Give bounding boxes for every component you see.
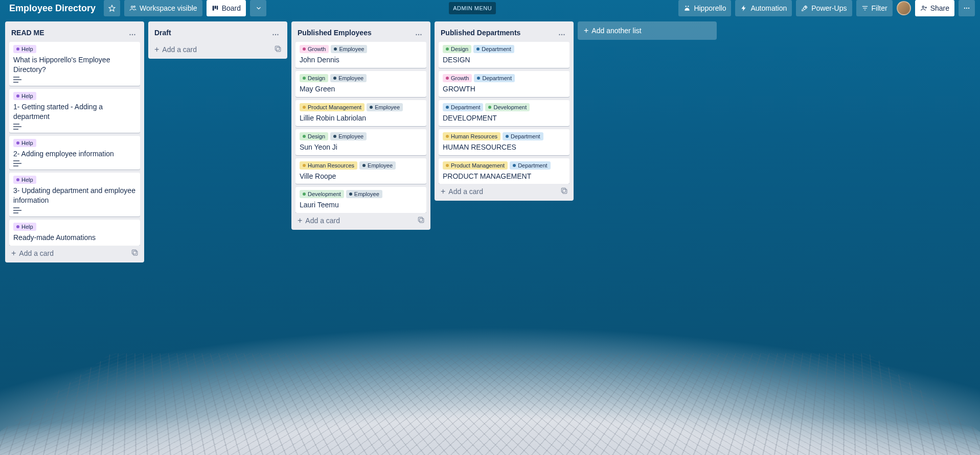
list-title[interactable]: Published Departments (441, 29, 556, 37)
card[interactable]: Human ResourcesDepartmentHUMAN RESOURCES (439, 129, 569, 155)
label-text: Employee (338, 75, 363, 81)
card-template-icon[interactable] (560, 187, 567, 196)
card-label[interactable]: Development (485, 103, 530, 111)
card-label[interactable]: Employee (367, 103, 403, 111)
card[interactable]: HelpWhat is Hipporello's Employee Direct… (9, 42, 140, 86)
card-label[interactable]: Department (510, 161, 550, 170)
card[interactable]: DesignDepartmentDESIGN (439, 42, 569, 68)
admin-menu-button[interactable]: ADMIN MENU (449, 2, 496, 14)
board-menu-button[interactable] (959, 0, 975, 16)
list-menu-button[interactable]: … (413, 27, 424, 39)
filter-button[interactable]: Filter (856, 0, 893, 16)
card-label[interactable]: Employee (330, 74, 367, 82)
card-label[interactable]: Employee (346, 190, 382, 198)
label-color-dot (446, 47, 449, 51)
card-label[interactable]: Help (13, 223, 36, 231)
card-label[interactable]: Help (13, 92, 36, 100)
card-label[interactable]: Development (300, 190, 344, 198)
list-header: Draft… (152, 26, 283, 42)
view-switch-button[interactable] (250, 0, 266, 16)
label-text: Department (511, 133, 540, 139)
star-button[interactable] (104, 0, 120, 16)
card-label[interactable]: Department (443, 103, 483, 111)
svg-marker-0 (109, 5, 115, 11)
svg-rect-22 (418, 218, 422, 222)
card-label[interactable]: Product Management (443, 161, 508, 170)
list-title[interactable]: Published Employees (298, 29, 413, 37)
card[interactable]: DepartmentDevelopmentDEVELOPMENT (439, 100, 569, 126)
svg-rect-4 (214, 6, 216, 9)
card-label[interactable]: Human Resources (300, 161, 357, 170)
card-label[interactable]: Growth (443, 74, 472, 82)
card-label[interactable]: Help (13, 139, 36, 147)
add-card-button[interactable]: +Add a card (152, 42, 283, 55)
card[interactable]: DesignEmployeeMay Green (295, 71, 426, 97)
card[interactable]: Help1- Getting started - Adding a depart… (9, 89, 140, 133)
filter-icon (861, 5, 869, 12)
card-template-icon[interactable] (274, 45, 281, 54)
card-label[interactable]: Employee (331, 45, 367, 53)
card-label[interactable]: Employee (359, 161, 396, 170)
card-label[interactable]: Help (13, 176, 36, 184)
card-label[interactable]: Help (13, 45, 36, 53)
bolt-icon (740, 5, 747, 12)
card[interactable]: Product ManagementDepartmentPRODUCT MANA… (439, 158, 569, 184)
card[interactable]: Help3- Updating department and employee … (9, 173, 140, 217)
card-title: 3- Updating department and employee info… (13, 186, 136, 205)
hipporello-button[interactable]: Hipporello (678, 0, 731, 16)
card[interactable]: DesignEmployeeSun Yeon Ji (295, 129, 426, 155)
card-label[interactable]: Department (474, 74, 514, 82)
card-template-icon[interactable] (131, 249, 138, 257)
people-icon (129, 5, 136, 12)
card[interactable]: DevelopmentEmployeeLauri Teemu (295, 187, 426, 213)
add-card-button[interactable]: +Add a card (9, 246, 140, 258)
add-list-button[interactable]: +Add another list (578, 21, 717, 40)
label-color-dot (303, 193, 306, 196)
card-label[interactable]: Design (443, 45, 471, 53)
card-label[interactable]: Growth (300, 45, 329, 53)
label-color-dot (506, 135, 509, 138)
list-menu-button[interactable]: … (127, 27, 138, 39)
automation-button[interactable]: Automation (735, 0, 792, 16)
list: READ ME…HelpWhat is Hipporello's Employe… (5, 21, 144, 262)
share-button[interactable]: Share (915, 0, 954, 16)
card-label[interactable]: Human Resources (443, 132, 500, 140)
list-title[interactable]: READ ME (11, 29, 127, 37)
cards-container: HelpWhat is Hipporello's Employee Direct… (9, 42, 140, 246)
list-menu-button[interactable]: … (270, 27, 281, 39)
add-card-button[interactable]: +Add a card (295, 213, 426, 226)
add-list-label: Add another list (591, 27, 641, 35)
list-header: Published Departments… (439, 26, 569, 42)
card[interactable]: Human ResourcesEmployeeVille Roope (295, 158, 426, 184)
list-menu-button[interactable]: … (556, 27, 567, 39)
svg-rect-3 (212, 6, 214, 10)
list-header: Published Employees… (295, 26, 426, 42)
card-title: Lauri Teemu (300, 200, 422, 210)
list-title[interactable]: Draft (154, 29, 270, 37)
card[interactable]: GrowthEmployeeJohn Dennis (295, 42, 426, 68)
card-label[interactable]: Employee (330, 132, 367, 140)
card-template-icon[interactable] (417, 216, 424, 225)
card-label[interactable]: Design (300, 132, 328, 140)
add-card-button[interactable]: +Add a card (439, 184, 569, 197)
label-color-dot (303, 164, 306, 167)
card[interactable]: GrowthDepartmentGROWTH (439, 71, 569, 97)
board-view-button[interactable]: Board (207, 0, 246, 16)
card[interactable]: Help2- Adding employee information (9, 136, 140, 170)
card[interactable]: Product ManagementEmployeeLillie Robin L… (295, 100, 426, 126)
label-color-dot (16, 94, 19, 98)
add-card-label: Add a card (448, 187, 483, 196)
user-avatar[interactable] (897, 1, 911, 15)
admin-menu-label: ADMIN MENU (453, 5, 492, 11)
card-label[interactable]: Product Management (300, 103, 364, 111)
card-label[interactable]: Design (300, 74, 328, 82)
card-title: May Green (300, 84, 422, 94)
board-canvas[interactable]: READ ME…HelpWhat is Hipporello's Employe… (0, 16, 980, 455)
board-title[interactable]: Employee Directory (5, 3, 100, 14)
card[interactable]: HelpReady-made Automations (9, 220, 140, 246)
workspace-visibility-button[interactable]: Workspace visible (124, 0, 202, 16)
powerups-button[interactable]: Power-Ups (796, 0, 852, 16)
card-label[interactable]: Department (503, 132, 543, 140)
svg-point-2 (134, 6, 135, 8)
card-label[interactable]: Department (473, 45, 514, 53)
